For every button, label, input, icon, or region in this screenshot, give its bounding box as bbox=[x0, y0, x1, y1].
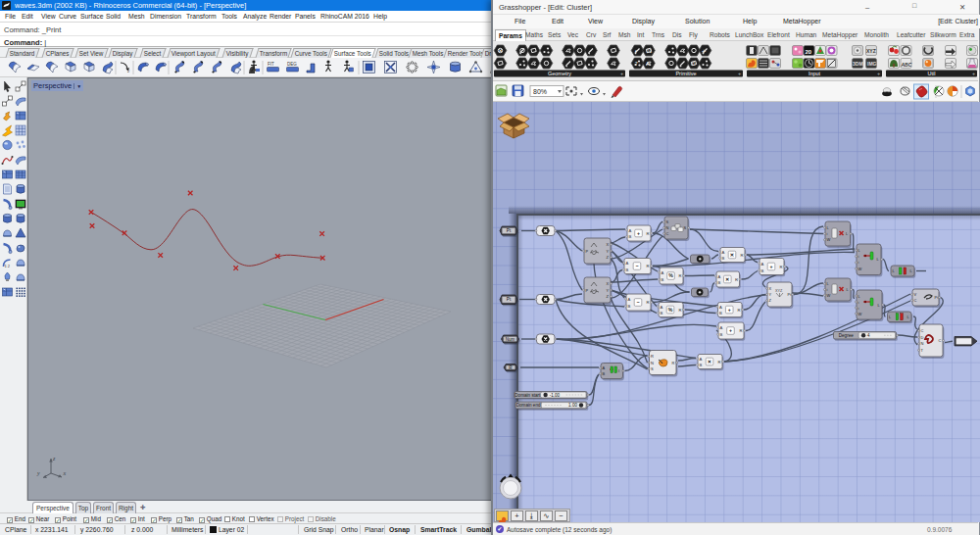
svg-text:R: R bbox=[672, 361, 675, 365]
svg-text:Num: Num bbox=[506, 337, 515, 342]
svg-text:Y: Y bbox=[607, 288, 610, 293]
svg-text:3DM: 3DM bbox=[853, 61, 863, 67]
svg-text:R: R bbox=[647, 264, 650, 268]
svg-text:W: W bbox=[827, 293, 831, 298]
svg-text:x: x bbox=[63, 470, 67, 476]
svg-text:−: − bbox=[636, 299, 639, 305]
svg-text:A: A bbox=[629, 228, 632, 233]
svg-text:1 2: 1 2 bbox=[5, 264, 11, 268]
svg-text:R: R bbox=[679, 308, 682, 313]
svg-text:R: R bbox=[738, 308, 741, 313]
svg-text:X: X bbox=[607, 281, 610, 286]
svg-text:✕: ✕ bbox=[730, 252, 734, 258]
svg-text:A: A bbox=[700, 357, 703, 362]
svg-text:i: i bbox=[827, 287, 828, 292]
svg-text:4: 4 bbox=[867, 333, 870, 338]
svg-text:R: R bbox=[647, 231, 650, 236]
svg-text:y: y bbox=[36, 470, 40, 476]
svg-text:1.00: 1.00 bbox=[568, 403, 577, 408]
svg-text:I: I bbox=[618, 368, 619, 373]
svg-text:Pt: Pt bbox=[507, 228, 512, 233]
svg-text:B: B bbox=[626, 268, 629, 272]
svg-text:R: R bbox=[735, 277, 738, 282]
svg-text:XYZ: XYZ bbox=[866, 48, 876, 54]
svg-text:✢: ✢ bbox=[702, 49, 707, 54]
svg-text:%: % bbox=[668, 307, 673, 313]
svg-text:Util: Util bbox=[928, 71, 936, 76]
svg-text:X: X bbox=[607, 242, 610, 247]
svg-text:%: % bbox=[668, 272, 673, 278]
svg-text:A: A bbox=[603, 365, 606, 370]
svg-text:B: B bbox=[719, 311, 722, 316]
svg-text:R: R bbox=[740, 328, 743, 333]
svg-text:+: + bbox=[972, 71, 975, 76]
svg-text:2: 2 bbox=[127, 69, 130, 73]
svg-text:7: 7 bbox=[635, 61, 638, 67]
svg-text:A: A bbox=[628, 297, 631, 302]
svg-text:Input: Input bbox=[808, 71, 821, 76]
svg-text:W: W bbox=[858, 267, 862, 271]
svg-text:P: P bbox=[586, 249, 589, 254]
svg-text:+: + bbox=[637, 230, 640, 236]
svg-text:Domain start: Domain start bbox=[514, 393, 541, 398]
svg-text:B: B bbox=[720, 332, 723, 337]
svg-text:N: N bbox=[666, 225, 669, 230]
svg-text:+: + bbox=[769, 264, 772, 269]
svg-text:N: N bbox=[651, 361, 654, 365]
svg-text:A: A bbox=[646, 61, 650, 67]
svg-text:C: C bbox=[666, 231, 669, 236]
svg-text:C: C bbox=[914, 298, 917, 303]
svg-text:B: B bbox=[629, 234, 632, 239]
svg-text:✕: ✕ bbox=[708, 359, 711, 365]
svg-text:B: B bbox=[722, 256, 725, 261]
svg-text:✕: ✕ bbox=[725, 276, 729, 282]
svg-text:ID: ID bbox=[691, 62, 696, 67]
svg-text:B: B bbox=[700, 363, 703, 367]
svg-text:FIT: FIT bbox=[268, 62, 274, 67]
svg-text:+: + bbox=[729, 327, 732, 333]
svg-text:B: B bbox=[628, 304, 631, 309]
svg-text:-1.00: -1.00 bbox=[550, 393, 561, 398]
svg-text:A: A bbox=[718, 274, 721, 279]
svg-text:i: i bbox=[858, 300, 859, 305]
svg-text:S: S bbox=[666, 219, 669, 224]
svg-text:A: A bbox=[626, 261, 629, 266]
svg-text:z: z bbox=[52, 456, 56, 462]
svg-text:+: + bbox=[620, 71, 623, 76]
svg-text:S: S bbox=[651, 366, 654, 371]
svg-text:X: X bbox=[769, 286, 772, 291]
svg-text:A: A bbox=[720, 325, 723, 330]
svg-text:−: − bbox=[635, 263, 638, 268]
svg-text:W: W bbox=[827, 237, 831, 242]
svg-text:i: i bbox=[858, 254, 859, 259]
svg-text:D: D bbox=[921, 335, 924, 340]
svg-text:A: A bbox=[722, 250, 725, 255]
svg-text:R: R bbox=[679, 273, 682, 278]
svg-text:IMG: IMG bbox=[867, 61, 877, 67]
svg-text:N: N bbox=[921, 341, 924, 346]
svg-text:i: i bbox=[858, 306, 859, 311]
svg-text:B: B bbox=[662, 277, 664, 282]
svg-text:Pt: Pt bbox=[507, 297, 512, 302]
svg-text:Degree: Degree bbox=[839, 333, 855, 338]
svg-text:B: B bbox=[718, 280, 721, 285]
svg-text:i: i bbox=[858, 260, 859, 265]
svg-text:B: B bbox=[603, 371, 606, 376]
svg-text:B: B bbox=[761, 268, 764, 273]
svg-text:C: C bbox=[939, 338, 942, 343]
svg-text:A: A bbox=[719, 305, 722, 310]
svg-text:R: R bbox=[651, 354, 654, 359]
svg-text:R: R bbox=[741, 253, 744, 258]
svg-text:20: 20 bbox=[806, 49, 812, 55]
svg-text:B: B bbox=[661, 311, 663, 316]
svg-text:R: R bbox=[718, 360, 721, 365]
svg-text:Y: Y bbox=[769, 292, 772, 297]
svg-text:A: A bbox=[662, 270, 664, 275]
svg-text:Domain end: Domain end bbox=[516, 403, 541, 408]
svg-text:XYZ: XYZ bbox=[775, 289, 783, 293]
svg-text:+: + bbox=[728, 307, 731, 313]
svg-text:A: A bbox=[761, 262, 764, 267]
svg-text:W: W bbox=[858, 312, 862, 316]
svg-text:01: 01 bbox=[647, 48, 653, 54]
svg-text:DEG: DEG bbox=[287, 62, 297, 67]
